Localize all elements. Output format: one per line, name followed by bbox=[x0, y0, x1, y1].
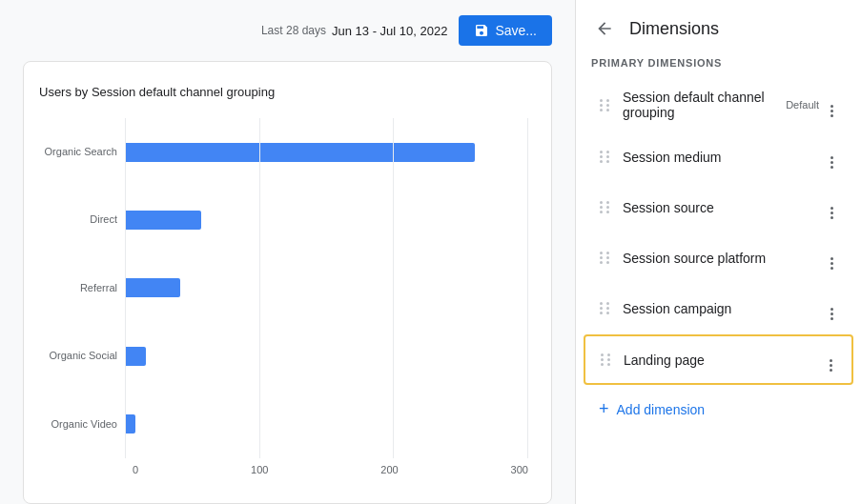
dimension-item-session-default[interactable]: Session default channel groupingDefault bbox=[584, 79, 853, 131]
y-label: Organic Search bbox=[39, 146, 117, 158]
x-labels: 0100200300 bbox=[133, 464, 528, 475]
bar bbox=[125, 347, 146, 366]
more-button[interactable] bbox=[826, 346, 836, 373]
dimension-name: Session source bbox=[623, 200, 827, 215]
back-button[interactable] bbox=[591, 15, 618, 42]
chart-area: Organic SearchDirectReferralOrganic Soci… bbox=[39, 118, 528, 475]
default-badge: Default bbox=[786, 99, 819, 111]
dimension-name: Landing page bbox=[624, 353, 826, 368]
y-label: Organic Social bbox=[39, 350, 117, 362]
bar-row bbox=[125, 411, 528, 437]
bar bbox=[125, 278, 180, 297]
chart-container: Users by Session default channel groupin… bbox=[23, 61, 552, 504]
drag-handle-icon bbox=[600, 151, 611, 163]
y-label: Referral bbox=[39, 282, 117, 294]
date-label: Last 28 days bbox=[261, 24, 326, 37]
save-label: Save... bbox=[495, 23, 537, 38]
bar bbox=[125, 414, 135, 433]
dimension-item-session-medium[interactable]: Session medium bbox=[584, 132, 853, 181]
drag-handle-icon bbox=[600, 201, 611, 213]
right-panel: Dimensions PRIMARY DIMENSIONS Session de… bbox=[575, 0, 861, 504]
top-bar: Last 28 days Jun 13 - Jul 10, 2022 Save.… bbox=[0, 15, 575, 61]
x-label: 0 bbox=[133, 464, 138, 475]
y-labels: Organic SearchDirectReferralOrganic Soci… bbox=[39, 118, 125, 458]
more-dots-icon bbox=[830, 308, 833, 320]
more-dots-icon bbox=[830, 105, 833, 117]
dimension-name: Session default channel grouping bbox=[623, 90, 786, 120]
dimension-name: Session source platform bbox=[623, 251, 827, 266]
save-icon bbox=[474, 23, 489, 38]
dimension-item-session-campaign[interactable]: Session campaign bbox=[584, 284, 853, 333]
more-button[interactable] bbox=[827, 91, 837, 119]
panel-title: Dimensions bbox=[629, 19, 719, 39]
bar-row bbox=[125, 139, 528, 166]
more-dots-icon bbox=[830, 156, 833, 169]
x-axis: 0100200300 bbox=[39, 458, 528, 475]
date-value: Jun 13 - Jul 10, 2022 bbox=[332, 24, 447, 38]
more-button[interactable] bbox=[827, 294, 837, 322]
bar-row bbox=[125, 207, 528, 233]
add-dimension-label: Add dimension bbox=[617, 402, 706, 417]
bar bbox=[125, 211, 201, 230]
dimension-item-session-source-platform[interactable]: Session source platform bbox=[584, 233, 853, 282]
dimension-name: Session campaign bbox=[623, 301, 827, 316]
save-button[interactable]: Save... bbox=[459, 15, 552, 46]
left-panel: Last 28 days Jun 13 - Jul 10, 2022 Save.… bbox=[0, 0, 575, 504]
section-label: PRIMARY DIMENSIONS bbox=[576, 57, 861, 78]
dimension-name: Session medium bbox=[623, 150, 827, 165]
add-icon: + bbox=[599, 399, 609, 419]
dimension-item-session-source[interactable]: Session source bbox=[584, 183, 853, 232]
date-range: Last 28 days Jun 13 - Jul 10, 2022 bbox=[261, 24, 447, 38]
y-label: Direct bbox=[39, 213, 117, 226]
more-button[interactable] bbox=[827, 143, 837, 171]
x-label: 100 bbox=[251, 464, 268, 475]
x-label: 300 bbox=[511, 464, 528, 475]
chart-title: Users by Session default channel groupin… bbox=[39, 85, 528, 99]
dimension-list: Session default channel groupingDefaultS… bbox=[576, 78, 861, 386]
panel-header: Dimensions bbox=[576, 15, 861, 57]
more-dots-icon bbox=[830, 359, 832, 372]
add-dimension-button[interactable]: + Add dimension bbox=[584, 390, 853, 429]
more-dots-icon bbox=[830, 207, 833, 219]
more-button[interactable] bbox=[827, 244, 837, 272]
bar-row bbox=[125, 274, 528, 301]
drag-handle-icon bbox=[600, 302, 611, 314]
bars-area bbox=[125, 118, 528, 458]
bar bbox=[125, 143, 475, 162]
drag-handle-icon bbox=[600, 99, 611, 111]
y-label: Organic Video bbox=[39, 418, 117, 431]
x-label: 200 bbox=[380, 464, 398, 475]
dimension-item-landing-page[interactable]: Landing page bbox=[584, 334, 853, 385]
bar-row bbox=[125, 343, 528, 370]
drag-handle-icon bbox=[601, 353, 612, 366]
drag-handle-icon bbox=[600, 252, 611, 264]
bars-section: Organic SearchDirectReferralOrganic Soci… bbox=[39, 118, 528, 458]
back-arrow-icon bbox=[595, 19, 614, 38]
more-dots-icon bbox=[830, 257, 833, 270]
more-button[interactable] bbox=[827, 193, 837, 221]
